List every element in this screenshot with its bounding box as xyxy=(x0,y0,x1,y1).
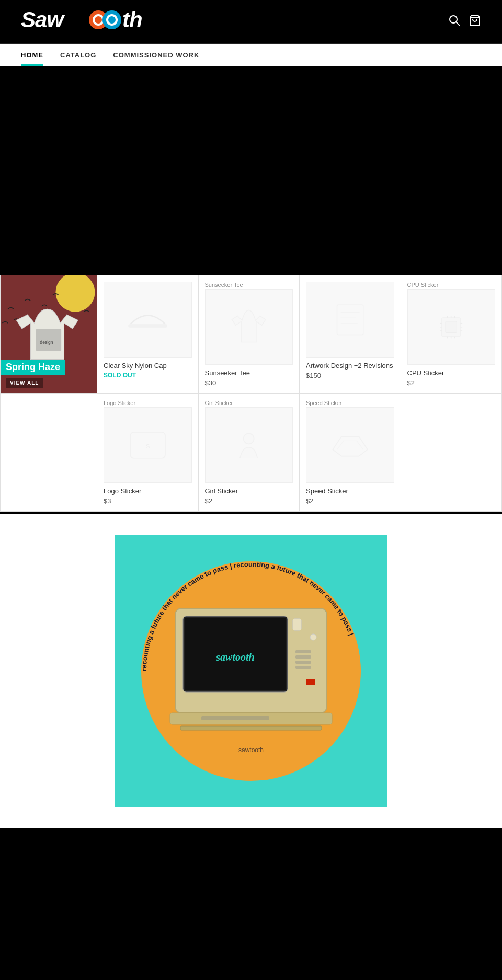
product-card-girl-sticker[interactable]: Girl Sticker Girl Sticker $2 xyxy=(199,394,300,512)
svg-rect-52 xyxy=(201,716,269,720)
svg-text:design: design xyxy=(40,340,53,345)
nav-catalog[interactable]: CATALOG xyxy=(60,44,96,66)
svg-text:S: S xyxy=(145,443,150,449)
product-label-logo: Logo Sticker xyxy=(104,400,192,406)
product-price-artwork: $150 xyxy=(306,372,394,379)
search-button[interactable] xyxy=(449,15,460,29)
product-label-cpu: CPU Sticker xyxy=(407,282,496,288)
svg-text:sawtooth: sawtooth xyxy=(215,651,254,663)
cart-icon xyxy=(469,14,481,27)
nav-home[interactable]: HOME xyxy=(21,44,43,66)
svg-text:sawtooth: sawtooth xyxy=(238,746,264,754)
svg-rect-47 xyxy=(295,655,311,659)
product-grid-row1: design Spring Haze VIEW ALL Clear Sky Ny… xyxy=(0,275,502,394)
svg-point-36 xyxy=(244,433,254,444)
svg-rect-15 xyxy=(128,324,167,328)
product-price-girl: $2 xyxy=(205,497,293,505)
product-name-cap: Clear Sky Nylon Cap xyxy=(104,362,192,370)
svg-rect-46 xyxy=(295,650,311,653)
featured-badge: Spring Haze xyxy=(1,360,65,375)
bottom-artwork: recounting a future that never came to p… xyxy=(115,535,387,807)
product-card-artwork[interactable]: Artwork Design +2 Revisions $150 xyxy=(300,275,401,394)
svg-point-3 xyxy=(95,16,102,24)
product-name-logo: Logo Sticker xyxy=(104,487,192,495)
svg-point-8 xyxy=(450,16,457,23)
header-actions xyxy=(449,14,481,29)
empty-cell-2 xyxy=(1,512,97,512)
product-name-artwork: Artwork Design +2 Revisions xyxy=(306,362,394,370)
cart-button[interactable] xyxy=(469,14,481,29)
logo[interactable]: Saw th xyxy=(21,6,188,37)
logo-text: Saw th xyxy=(21,6,188,37)
product-price-cpu: $2 xyxy=(407,379,496,387)
product-card-logo-sticker[interactable]: Logo Sticker S Logo Sticker $3 xyxy=(97,394,199,512)
svg-point-45 xyxy=(310,634,316,640)
product-image-artwork xyxy=(306,282,394,358)
svg-rect-49 xyxy=(295,666,311,669)
main-nav: HOME CATALOG COMMISSIONED WORK xyxy=(0,44,502,66)
svg-rect-16 xyxy=(337,305,363,335)
featured-card[interactable]: design Spring Haze VIEW ALL xyxy=(1,275,97,394)
products-section: design Spring Haze VIEW ALL Clear Sky Ny… xyxy=(0,275,502,512)
svg-point-6 xyxy=(108,16,116,24)
product-name-girl: Girl Sticker xyxy=(205,487,293,495)
product-image-cpu xyxy=(407,289,496,365)
product-label-girl: Girl Sticker xyxy=(205,400,293,406)
product-image-tee xyxy=(205,289,293,365)
svg-rect-53 xyxy=(180,726,322,730)
search-icon xyxy=(449,15,460,26)
svg-text:Saw: Saw xyxy=(21,7,65,32)
product-price-tee: $30 xyxy=(205,379,293,387)
product-grid-row2: Logo Sticker S Logo Sticker $3 Girl Stic… xyxy=(0,394,502,512)
product-card-speed-sticker[interactable]: Speed Sticker Speed Sticker $2 xyxy=(300,394,401,512)
empty-cell-1 xyxy=(401,394,503,512)
hero-section xyxy=(0,66,502,275)
product-image-logo: S xyxy=(104,407,192,483)
product-label-speed: Speed Sticker xyxy=(306,400,394,406)
svg-rect-48 xyxy=(295,661,311,664)
nav-commissioned[interactable]: COMMISSIONED WORK xyxy=(113,44,199,66)
sold-out-badge-cap: SOLD OUT xyxy=(104,372,192,379)
retro-computer-sticker: recounting a future that never came to p… xyxy=(115,535,387,807)
product-image-girl xyxy=(205,407,293,483)
svg-rect-21 xyxy=(446,321,457,332)
product-image-speed xyxy=(306,407,394,483)
product-card-tee[interactable]: Sunseeker Tee Sunseeker Tee $30 xyxy=(199,275,300,394)
product-name-tee: Sunseeker Tee xyxy=(205,369,293,377)
svg-rect-44 xyxy=(293,619,301,630)
product-name-cpu: CPU Sticker xyxy=(407,369,496,377)
product-image-cap xyxy=(104,282,192,358)
view-all-button[interactable]: VIEW ALL xyxy=(6,378,43,388)
svg-line-9 xyxy=(456,22,460,26)
bottom-section: recounting a future that never came to p… xyxy=(0,514,502,828)
svg-rect-50 xyxy=(306,679,315,685)
product-card-cap[interactable]: Clear Sky Nylon Cap SOLD OUT xyxy=(97,275,199,394)
featured-background: design xyxy=(1,275,97,393)
svg-text:th: th xyxy=(122,7,142,32)
product-price-logo: $3 xyxy=(104,497,192,505)
logo-svg: Saw th xyxy=(21,6,188,32)
product-label-tee: Sunseeker Tee xyxy=(205,282,293,288)
product-price-speed: $2 xyxy=(306,497,394,505)
empty-spacer xyxy=(1,394,97,512)
product-card-cpu[interactable]: CPU Sticker xyxy=(401,275,503,394)
product-name-speed: Speed Sticker xyxy=(306,487,394,495)
